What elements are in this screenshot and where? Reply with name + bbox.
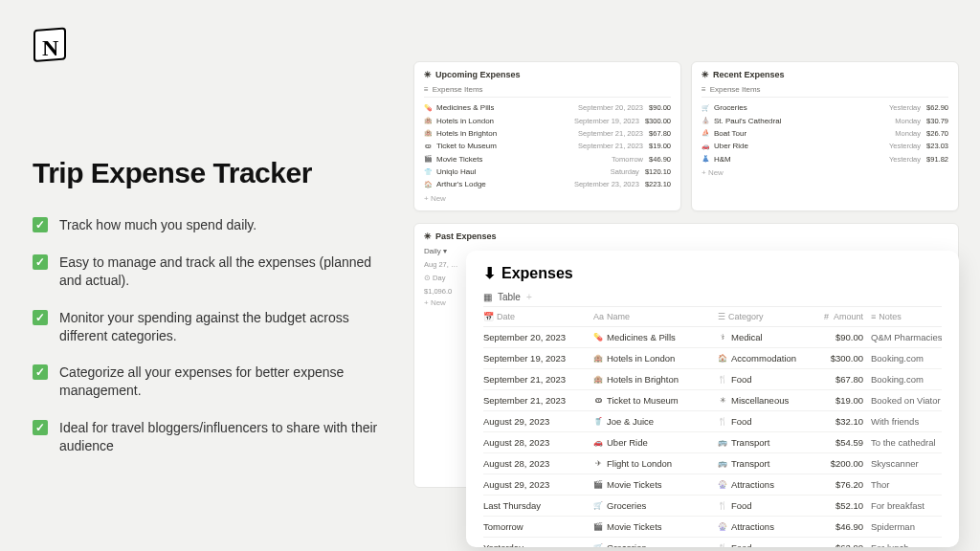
item-date: Monday (895, 129, 921, 138)
card-heading: ✳Recent Expenses (702, 70, 948, 79)
table-row[interactable]: August 28, 2023✈Flight to London🚌Transpo… (483, 453, 942, 474)
list-item[interactable]: 🏠Arthur's LodgeSeptember 23, 2023$223.10 (424, 178, 671, 190)
table-row[interactable]: Tomorrow🎬Movie Tickets🎡Attractions$46.90… (483, 517, 942, 538)
cell-name: 🛒Groceries (593, 542, 718, 547)
list-item[interactable]: 🎬Movie TicketsTomorrow$46.90 (424, 153, 671, 165)
list-item[interactable]: 🏨Hotels in BrightonSeptember 21, 2023$67… (424, 127, 671, 140)
list-item[interactable]: 🎟Ticket to MuseumSeptember 21, 2023$19.0… (424, 140, 671, 152)
list-item[interactable]: ⛪St. Paul's CathedralMonday$30.79 (702, 114, 948, 126)
table-row[interactable]: September 21, 2023🎟Ticket to Museum✳Misc… (483, 390, 942, 411)
category-icon: 🍴 (718, 543, 727, 547)
list-view-label[interactable]: ≡Expense Items (424, 85, 671, 98)
table-row[interactable]: Yesterday🛒Groceries🍴Food$62.90For lunch (483, 538, 942, 547)
cell-category: 🍴Food (718, 500, 818, 511)
list-view-label[interactable]: ≡Expense Items (702, 85, 948, 98)
category-icon: ⚕ (718, 333, 727, 342)
cell-name: 🛒Groceries (593, 500, 718, 511)
cell-amount: $76.20 (818, 479, 871, 490)
day-col: ⊙ (424, 274, 433, 282)
card-heading: ✳Past Expenses (424, 231, 948, 241)
cell-date: August 29, 2023 (483, 479, 593, 490)
cell-date: August 28, 2023 (483, 437, 593, 448)
row-icon: 💊 (593, 333, 603, 342)
row-icon: 🎟 (593, 396, 603, 405)
cell-category: 🚌Transport (718, 437, 818, 448)
item-date: Monday (895, 117, 921, 125)
cell-amount: $46.90 (818, 521, 871, 532)
item-icon: 🏨 (424, 129, 433, 137)
list-item[interactable]: ⛵Boat TourMonday$26.70 (702, 127, 948, 140)
item-icon: 🎟 (424, 143, 433, 149)
item-name: Uniqlo Haul (436, 167, 476, 176)
item-amount: $62.90 (926, 103, 948, 112)
item-name: Medicines & Pills (436, 103, 494, 112)
cell-notes: Spiderman (871, 521, 942, 532)
row-icon: 🏨 (593, 375, 603, 384)
sparkle-icon: ✳ (702, 70, 709, 79)
col-amount[interactable]: Amount (818, 312, 871, 321)
col-name[interactable]: AaName (593, 312, 718, 321)
cell-name: 🎬Movie Tickets (593, 521, 718, 532)
col-date[interactable]: 📅Date (483, 312, 593, 321)
list-item[interactable]: 👕Uniqlo HaulSaturday$120.10 (424, 165, 671, 178)
list-item[interactable]: 👗H&MYesterday$91.82 (702, 153, 948, 165)
item-name: H&M (714, 155, 731, 164)
page-title: Trip Expense Tracker (33, 157, 396, 189)
cell-category: 🍴Food (718, 416, 818, 427)
add-view-icon[interactable]: + (526, 292, 532, 302)
item-name: Movie Tickets (436, 155, 482, 164)
item-date: September 23, 2023 (574, 180, 639, 188)
new-item-button[interactable]: + New (424, 194, 671, 203)
cell-name: 🥤Joe & Juice (593, 416, 718, 427)
daily-tab[interactable]: Daily ▾ (424, 247, 447, 255)
cell-notes: For breakfast (871, 500, 942, 511)
col-category[interactable]: ☰Category (718, 312, 818, 321)
cell-date: Yesterday (483, 542, 593, 547)
check-icon (33, 217, 48, 232)
row-icon: 🚗 (593, 438, 603, 447)
col-notes[interactable]: ≡Notes (871, 312, 942, 321)
category-icon: ✳ (718, 396, 727, 405)
table-row[interactable]: August 29, 2023🎬Movie Tickets🎡Attraction… (483, 474, 942, 496)
table-row[interactable]: September 20, 2023💊Medicines & Pills⚕Med… (483, 327, 942, 348)
new-item-button[interactable]: + New (702, 168, 948, 177)
item-amount: $223.10 (645, 180, 671, 188)
item-amount: $46.90 (649, 155, 671, 164)
item-icon: ⛵ (702, 129, 710, 137)
table-row[interactable]: September 19, 2023🏨Hotels in London🏠Acco… (483, 348, 942, 369)
row-icon: 🏨 (593, 354, 603, 363)
item-name: Arthur's Lodge (436, 180, 486, 188)
item-amount: $90.00 (649, 103, 671, 112)
list-item[interactable]: 💊Medicines & PillsSeptember 20, 2023$90.… (424, 101, 671, 114)
row-icon: 🥤 (593, 417, 603, 426)
check-icon (33, 310, 48, 325)
list-item[interactable]: 🏨Hotels in LondonSeptember 19, 2023$300.… (424, 114, 671, 126)
text-icon: Aa (593, 312, 604, 321)
bullet-item: Easy to manage and track all the expense… (33, 253, 396, 290)
list-item[interactable]: 🛒GroceriesYesterday$62.90 (702, 101, 948, 114)
table-row[interactable]: Last Thursday🛒Groceries🍴Food$52.10For br… (483, 496, 942, 517)
list-item[interactable]: 🚗Uber RideYesterday$23.03 (702, 140, 948, 152)
cell-category: 🎡Attractions (718, 479, 818, 490)
notion-logo: N (33, 25, 71, 63)
table-row[interactable]: August 29, 2023🥤Joe & Juice🍴Food$32.10Wi… (483, 411, 942, 432)
upcoming-expenses-card: ✳Upcoming Expenses ≡Expense Items 💊Medic… (413, 61, 681, 211)
category-icon: 🎡 (718, 480, 727, 489)
table-body: September 20, 2023💊Medicines & Pills⚕Med… (483, 327, 942, 547)
item-icon: 👗 (702, 155, 710, 163)
cell-category: 🏠Accommodation (718, 353, 818, 364)
cell-notes: With friends (871, 416, 942, 427)
item-icon: 🛒 (702, 104, 710, 112)
cell-notes: Booking.com (871, 374, 942, 385)
cell-name: 🏨Hotels in London (593, 353, 718, 364)
sparkle-icon: ✳ (424, 70, 432, 79)
cell-amount: $32.10 (818, 416, 871, 427)
item-amount: $300.00 (645, 117, 671, 125)
cell-name: 🏨Hotels in Brighton (593, 374, 718, 385)
table-row[interactable]: August 28, 2023🚗Uber Ride🚌Transport$54.5… (483, 432, 942, 453)
category-icon: 🏠 (718, 354, 727, 363)
cell-date: Tomorrow (483, 521, 593, 532)
table-row[interactable]: September 21, 2023🏨Hotels in Brighton🍴Fo… (483, 369, 942, 390)
table-view-tab[interactable]: ▦ Table + (483, 292, 942, 302)
table-header-row: 📅Date AaName ☰Category Amount ≡Notes (483, 306, 942, 327)
